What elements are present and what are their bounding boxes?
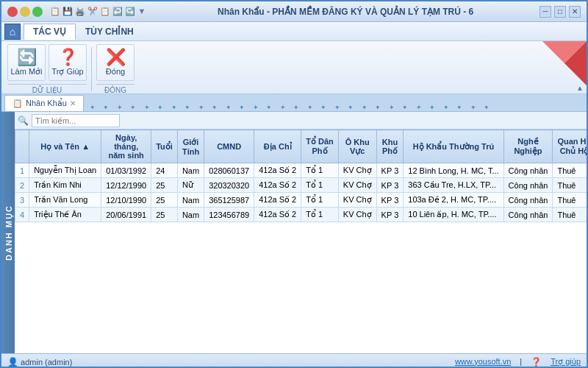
col-hovaten[interactable]: Họ và Tên ▲ [29, 130, 101, 163]
table-row[interactable]: 1Nguyễn Thị Loan01/03/199224Nam028060137… [15, 163, 587, 178]
content-tab-nhankau[interactable]: 📋 Nhân Khẩu ✕ [4, 95, 84, 111]
website-link[interactable]: www.yousoft.vn [455, 357, 511, 367]
search-input[interactable] [32, 114, 120, 127]
cell-1-0: 2 [15, 178, 29, 193]
table-row[interactable]: 2Trần Kim Nhi12/12/199025Nữ320320320412a… [15, 178, 587, 193]
col-okhuVuc[interactable]: Ô KhuVực [338, 130, 376, 163]
lam-moi-button[interactable]: 🔄 Làm Mới [7, 44, 46, 81]
table-area[interactable]: 🔍 Họ và Tên ▲ Ngày,tháng,năm sinh Tuổi G… [15, 112, 587, 353]
search-icon: 🔍 [18, 116, 29, 126]
cell-2-9: KP 3 [376, 193, 404, 208]
tab-bar: 📋 Nhân Khẩu ✕ ✦ ✦ ✦ ✦ ✦ ✦ ✦ ✦ ✦ ✦ ✦ ✦ ✦ … [1, 94, 587, 112]
cell-1-9: KP 3 [376, 178, 404, 193]
cell-1-5: 320320320 [204, 178, 254, 193]
col-gioitinh[interactable]: GiớiTính [177, 130, 204, 163]
status-right: www.yousoft.vn | ❓ Trợ giúp [455, 357, 581, 367]
help-status-icon: ❓ [531, 357, 542, 367]
menu-tab-tacvu[interactable]: TÁC VỤ [24, 24, 76, 40]
dong-button[interactable]: ❌ Đóng [96, 44, 135, 81]
data-table: Họ và Tên ▲ Ngày,tháng,năm sinh Tuổi Giớ… [15, 130, 587, 222]
tro-giup-label: Trợ Giúp [51, 67, 83, 77]
toolbar-collapse-button[interactable]: ▲ [576, 84, 584, 92]
cell-2-0: 3 [15, 193, 29, 208]
cell-1-2: 12/12/1990 [101, 178, 151, 193]
toolbar-divider [91, 47, 92, 91]
cell-3-9: KP 3 [376, 208, 404, 222]
cell-1-1: Trần Kim Nhi [29, 178, 101, 193]
table-row[interactable]: 3Trần Văn Long12/10/199025Nam36512598741… [15, 193, 587, 208]
content-area: 📋 Nhân Khẩu ✕ ✦ ✦ ✦ ✦ ✦ ✦ ✦ ✦ ✦ ✦ ✦ ✦ ✦ … [1, 94, 587, 353]
cell-2-1: Trần Văn Long [29, 193, 101, 208]
cell-0-7: Tổ 1 [301, 163, 339, 178]
close-button[interactable]: ✕ [569, 6, 581, 18]
window-controls [7, 7, 43, 17]
cell-1-12: Thuê [553, 178, 587, 193]
cell-3-3: 25 [151, 208, 178, 222]
close-icon[interactable] [7, 7, 18, 17]
cell-3-10: 10 Liên ấp, H. MC, TP.... [404, 208, 503, 222]
col-ngaysinh[interactable]: Ngày,tháng,năm sinh [101, 130, 151, 163]
status-divider: | [520, 357, 522, 367]
col-cmnd[interactable]: CMND [204, 130, 254, 163]
cell-0-11: Công nhân [503, 163, 553, 178]
col-khupho[interactable]: KhuPhố [376, 130, 404, 163]
col-stt [15, 130, 29, 163]
cell-1-8: KV Chợ [338, 178, 376, 193]
cell-2-11: Công nhân [503, 193, 553, 208]
col-tuoi[interactable]: Tuổi [151, 130, 178, 163]
col-quanhechu[interactable]: Quan HệChủ Hộ [553, 130, 587, 163]
col-nghenghiep[interactable]: NghềNghiệp [503, 130, 553, 163]
toolbar-buttons-dulieu: 🔄 Làm Mới ❓ Trợ Giúp [7, 44, 87, 81]
cell-2-6: 412a Số 2 [254, 193, 301, 208]
cell-2-10: 103a Đề 2, H. MC, TP.... [404, 193, 503, 208]
menu-tab-tuychinH[interactable]: TÙY CHỈNH [76, 24, 143, 40]
toolbar-section-dong-label: ĐÓNG [96, 84, 135, 94]
minimize-icon[interactable] [20, 7, 30, 17]
cell-0-0: 1 [15, 163, 29, 178]
refresh-icon: 🔄 [17, 49, 37, 66]
tab-icon: 📋 [12, 99, 23, 108]
cell-2-8: KV Chợ [338, 193, 376, 208]
cell-0-12: Thuê [553, 163, 587, 178]
cell-2-3: 25 [151, 193, 178, 208]
col-diachi[interactable]: Địa Chỉ [254, 130, 301, 163]
title-bar: 📋 💾 🖨️ ✂️ 📋 ↩️ ↪️ ▼ Nhân Khẩu - PHẦN MỀM… [1, 1, 587, 22]
tab-close-button[interactable]: ✕ [70, 99, 76, 107]
cell-0-8: KV Chợ [338, 163, 376, 178]
tro-giup-button[interactable]: ❓ Trợ Giúp [49, 44, 87, 81]
cell-0-2: 01/03/1992 [101, 163, 151, 178]
cell-2-12: Thuê [553, 193, 587, 208]
cell-3-8: KV Chợ [338, 208, 376, 222]
cell-2-7: Tổ 1 [301, 193, 339, 208]
col-todanpho[interactable]: Tổ DânPhố [301, 130, 339, 163]
home-icon: ⌂ [10, 26, 15, 38]
dong-label: Đóng [106, 67, 125, 76]
cell-3-2: 20/06/1991 [101, 208, 151, 222]
toolbar-group-dulieu: 🔄 Làm Mới ❓ Trợ Giúp DỮ LIỆU [7, 44, 87, 94]
cell-0-9: KP 3 [376, 163, 404, 178]
close-x-icon: ❌ [106, 49, 126, 66]
toolbar-section-dulieu-label: DỮ LIỆU [7, 84, 87, 94]
cell-2-2: 12/10/1990 [101, 193, 151, 208]
status-bar: 👤 admin (admin) www.yousoft.vn | ❓ Trợ g… [1, 353, 587, 368]
table-row[interactable]: 4Triệu Thế Ân20/06/199125Nam123456789412… [15, 208, 587, 222]
ribbon-decoration [542, 41, 587, 85]
minimize-button[interactable]: ─ [539, 6, 551, 18]
cell-1-7: Tổ 1 [301, 178, 339, 193]
col-hokhautthuongtru[interactable]: Hộ Khẩu Thường Trú [404, 130, 503, 163]
toolbar-group-dong: ❌ Đóng ĐÓNG [96, 44, 135, 94]
home-button[interactable]: ⌂ [4, 24, 21, 40]
cell-0-4: Nam [177, 163, 204, 178]
cell-3-5: 123456789 [204, 208, 254, 222]
maximize-icon[interactable] [32, 7, 43, 17]
cell-0-10: 12 Bình Long, H. MC, T... [404, 163, 503, 178]
cell-3-4: Nam [177, 208, 204, 222]
help-link[interactable]: Trợ giúp [551, 357, 581, 367]
status-user: 👤 admin (admin) [7, 357, 72, 367]
window-action-buttons: ─ □ ✕ [539, 6, 581, 18]
table-header-row: Họ và Tên ▲ Ngày,tháng,năm sinh Tuổi Giớ… [15, 130, 587, 163]
restore-button[interactable]: □ [554, 6, 566, 18]
cell-1-4: Nữ [177, 178, 204, 193]
side-label: DANH MỤC [1, 112, 15, 353]
cell-0-3: 24 [151, 163, 178, 178]
